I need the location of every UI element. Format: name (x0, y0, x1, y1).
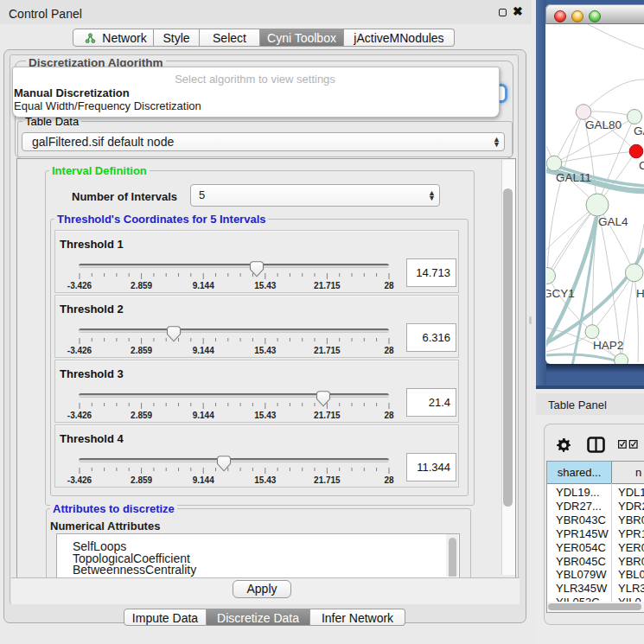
svg-text:GA: GA (634, 124, 644, 137)
svg-text:HAP2: HAP2 (593, 339, 623, 352)
svg-text:C: C (639, 159, 644, 172)
svg-text:GAL11: GAL11 (556, 171, 591, 184)
svg-text:GAL80: GAL80 (585, 118, 622, 131)
svg-text:GAL4: GAL4 (598, 215, 628, 228)
svg-text:GCY1: GCY1 (546, 287, 575, 300)
svg-text:H: H (636, 287, 644, 300)
